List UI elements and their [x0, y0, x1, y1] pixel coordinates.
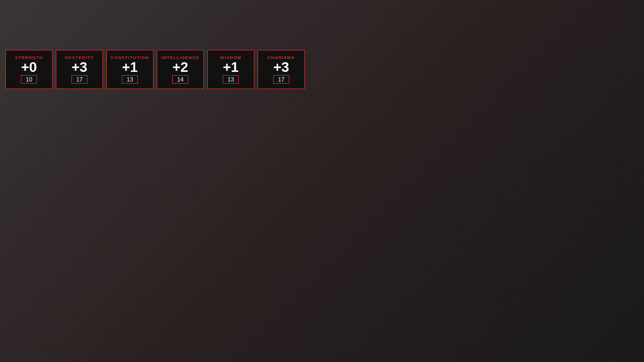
dexterity-score: 17 — [71, 75, 87, 84]
ability-strength[interactable]: STRENGTH +0 10 — [5, 50, 53, 89]
constitution-mod: +1 — [122, 60, 138, 74]
ability-charisma[interactable]: CHARISMA +3 17 — [258, 50, 305, 89]
ability-wisdom[interactable]: WISDOM +1 13 — [207, 50, 254, 89]
intelligence-mod: +2 — [172, 60, 188, 74]
strength-score: 10 — [21, 75, 37, 84]
charisma-score: 17 — [273, 75, 289, 84]
ability-dexterity[interactable]: DEXTERITY +3 17 — [56, 50, 103, 89]
intelligence-score: 14 — [172, 75, 188, 84]
ability-constitution[interactable]: CONSTITUTION +1 13 — [106, 50, 153, 89]
strength-mod: +0 — [21, 60, 37, 74]
charisma-mod: +3 — [273, 60, 289, 74]
ability-intelligence[interactable]: INTELLIGENCE +2 14 — [157, 50, 204, 89]
constitution-score: 13 — [122, 75, 138, 84]
wisdom-mod: +1 — [223, 60, 239, 74]
wisdom-score: 13 — [223, 75, 239, 84]
dexterity-mod: +3 — [71, 60, 87, 74]
